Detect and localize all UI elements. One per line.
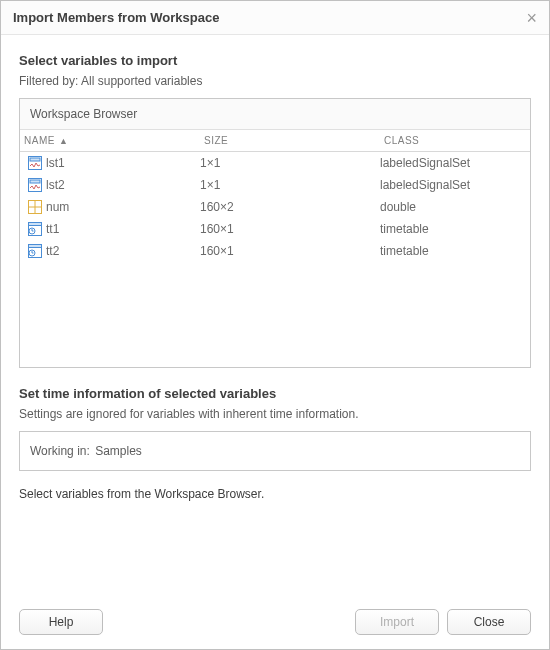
svg-rect-1: [30, 158, 40, 161]
titlebar: Import Members from Workspace ×: [1, 1, 549, 35]
dialog-content: Select variables to import Filtered by: …: [1, 35, 549, 595]
workspace-browser-title: Workspace Browser: [20, 99, 530, 130]
variable-name: num: [44, 200, 200, 214]
workspace-browser-table: NAME ▲ SIZE CLASS lst11×1labeledSignalSe…: [20, 130, 530, 262]
import-dialog: Import Members from Workspace × Select v…: [0, 0, 550, 650]
table-header-row: NAME ▲ SIZE CLASS: [20, 130, 530, 152]
svg-rect-13: [29, 245, 42, 248]
workspace-browser-panel: Workspace Browser NAME ▲ SIZE CLASS lst1…: [19, 98, 531, 368]
filter-text: Filtered by: All supported variables: [19, 74, 531, 88]
filter-value: All supported variables: [81, 74, 202, 88]
svg-rect-8: [29, 223, 42, 226]
table-body: lst11×1labeledSignalSetlst21×1labeledSig…: [20, 152, 530, 262]
variable-class: double: [380, 200, 530, 214]
variable-size: 1×1: [200, 178, 380, 192]
signalset-icon: [26, 156, 44, 170]
spacer: [19, 505, 531, 595]
working-in-value: Samples: [95, 444, 142, 458]
time-section-note: Settings are ignored for variables with …: [19, 407, 531, 421]
variable-name: lst1: [44, 156, 200, 170]
column-header-name-label: NAME: [24, 135, 55, 146]
filter-prefix: Filtered by:: [19, 74, 78, 88]
variable-class: labeledSignalSet: [380, 156, 530, 170]
numeric-icon: [26, 200, 44, 214]
variable-class: labeledSignalSet: [380, 178, 530, 192]
timetable-icon: [26, 222, 44, 236]
button-bar: Help Import Close: [1, 595, 549, 649]
table-row[interactable]: num160×2double: [20, 196, 530, 218]
variable-name: tt1: [44, 222, 200, 236]
close-icon[interactable]: ×: [524, 7, 539, 29]
variable-size: 160×1: [200, 222, 380, 236]
column-header-size[interactable]: SIZE: [200, 135, 380, 146]
svg-rect-3: [30, 180, 40, 183]
variable-size: 1×1: [200, 156, 380, 170]
variable-class: timetable: [380, 244, 530, 258]
close-button[interactable]: Close: [447, 609, 531, 635]
sort-ascending-icon: ▲: [59, 136, 68, 146]
variable-size: 160×2: [200, 200, 380, 214]
table-row[interactable]: lst11×1labeledSignalSet: [20, 152, 530, 174]
column-header-name[interactable]: NAME ▲: [20, 135, 200, 146]
select-variables-heading: Select variables to import: [19, 53, 531, 68]
variable-name: lst2: [44, 178, 200, 192]
variable-size: 160×1: [200, 244, 380, 258]
variable-name: tt2: [44, 244, 200, 258]
working-in-label: Working in:: [30, 444, 90, 458]
help-button[interactable]: Help: [19, 609, 103, 635]
dialog-title: Import Members from Workspace: [13, 10, 219, 25]
column-header-class[interactable]: CLASS: [380, 135, 530, 146]
signalset-icon: [26, 178, 44, 192]
variable-class: timetable: [380, 222, 530, 236]
timetable-icon: [26, 244, 44, 258]
hint-text: Select variables from the Workspace Brow…: [19, 487, 531, 501]
time-section-heading: Set time information of selected variabl…: [19, 386, 531, 401]
table-row[interactable]: tt1160×1timetable: [20, 218, 530, 240]
table-row[interactable]: tt2160×1timetable: [20, 240, 530, 262]
table-row[interactable]: lst21×1labeledSignalSet: [20, 174, 530, 196]
time-panel: Working in: Samples: [19, 431, 531, 471]
import-button: Import: [355, 609, 439, 635]
